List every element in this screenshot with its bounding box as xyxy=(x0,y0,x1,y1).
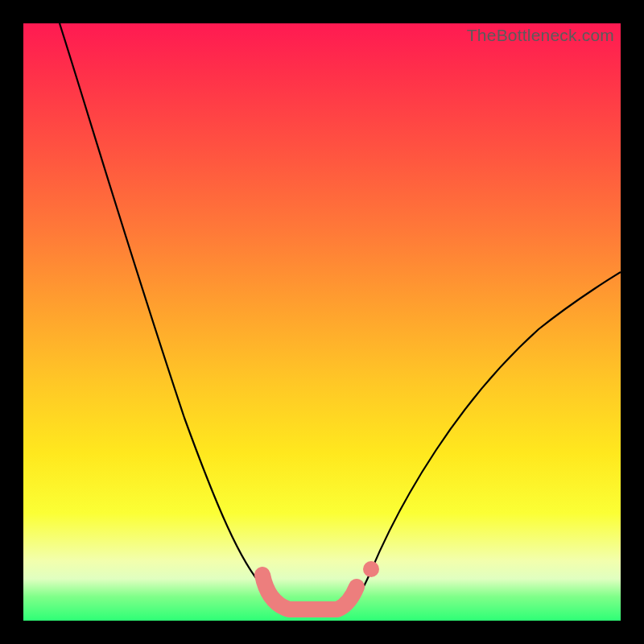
highlight-dot xyxy=(363,561,379,577)
chart-frame: TheBottleneck.com xyxy=(0,0,644,644)
bottleneck-curve xyxy=(23,23,621,621)
plot-area: TheBottleneck.com xyxy=(23,23,621,621)
highlight-segment xyxy=(262,575,357,609)
curve-path xyxy=(60,23,621,611)
